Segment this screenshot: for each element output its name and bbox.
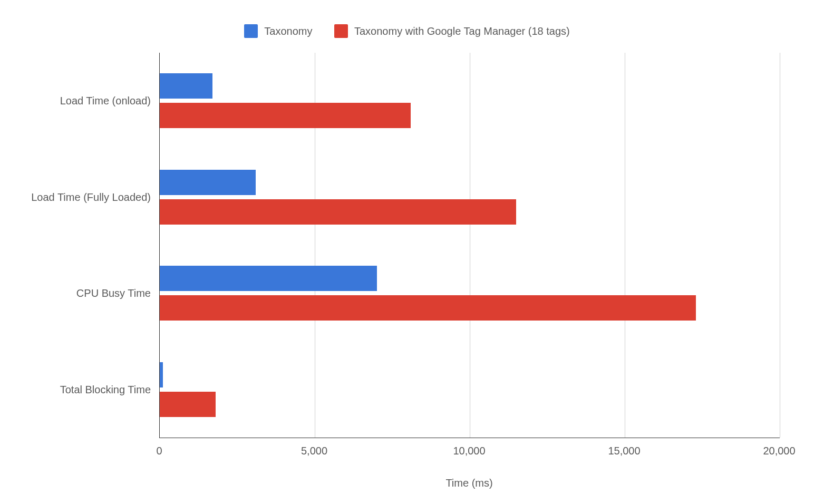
x-axis-title: Time (ms): [159, 477, 779, 489]
legend-item-taxonomy-gtm: Taxonomy with Google Tag Manager (18 tag…: [334, 24, 570, 38]
gridline: [780, 53, 780, 438]
legend-label: Taxonomy: [264, 25, 312, 37]
gridline: [625, 53, 625, 438]
x-tick-label: 10,000: [443, 445, 496, 457]
bar: [160, 295, 696, 321]
bar: [160, 103, 411, 128]
gridline: [470, 53, 470, 438]
bar: [160, 266, 377, 291]
y-category-label: CPU Busy Time: [3, 287, 151, 299]
bar-chart: Taxonomy Taxonomy with Google Tag Manage…: [0, 0, 814, 504]
bar: [160, 199, 516, 225]
x-tick-label: 15,000: [598, 445, 651, 457]
y-category-label: Load Time (onload): [3, 94, 151, 107]
legend-item-taxonomy: Taxonomy: [244, 24, 312, 38]
plot-area: [159, 53, 780, 438]
bar: [160, 362, 163, 387]
legend-swatch-blue: [244, 24, 258, 38]
x-tick-label: 5,000: [288, 445, 341, 457]
bar: [160, 392, 216, 417]
x-tick-label: 20,000: [753, 445, 806, 457]
legend: Taxonomy Taxonomy with Google Tag Manage…: [0, 24, 814, 41]
bar: [160, 170, 256, 195]
y-category-label: Total Blocking Time: [3, 383, 151, 396]
y-category-label: Load Time (Fully Loaded): [3, 191, 151, 203]
x-tick-label: 0: [133, 445, 186, 457]
bar: [160, 73, 212, 99]
legend-swatch-red: [334, 24, 348, 38]
legend-label: Taxonomy with Google Tag Manager (18 tag…: [354, 25, 570, 37]
